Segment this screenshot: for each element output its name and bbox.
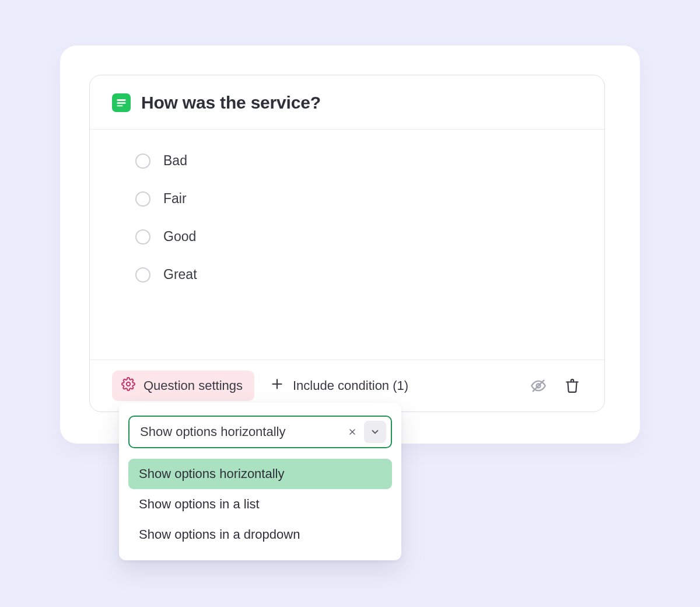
question-card: How was the service? Bad Fair Good Great: [89, 75, 605, 412]
svg-rect-2: [117, 105, 123, 107]
question-header: How was the service?: [90, 75, 604, 130]
radio-icon[interactable]: [135, 267, 150, 282]
editor-card: How was the service? Bad Fair Good Great: [60, 46, 640, 444]
delete-button[interactable]: [562, 376, 582, 396]
option-row[interactable]: Great: [135, 267, 582, 282]
option-row[interactable]: Good: [135, 229, 582, 245]
include-condition-button[interactable]: Include condition (1): [268, 374, 410, 397]
plus-icon: [270, 376, 285, 395]
option-label: Great: [163, 267, 197, 282]
radio-icon[interactable]: [135, 191, 150, 207]
option-label: Fair: [163, 191, 187, 207]
display-mode-option[interactable]: Show options horizontally: [128, 459, 392, 489]
display-mode-option[interactable]: Show options in a list: [128, 489, 392, 519]
radio-icon[interactable]: [135, 229, 150, 245]
display-mode-select[interactable]: Show options horizontally: [128, 416, 392, 448]
options-list: Bad Fair Good Great: [90, 130, 604, 304]
question-title[interactable]: How was the service?: [141, 93, 321, 113]
option-label: Good: [163, 229, 196, 245]
question-settings-button[interactable]: Question settings: [112, 371, 254, 401]
display-mode-options: Show options horizontally Show options i…: [128, 459, 392, 550]
option-label: Bad: [163, 153, 187, 169]
display-mode-option[interactable]: Show options in a dropdown: [128, 519, 392, 550]
include-condition-label: Include condition (1): [293, 378, 408, 393]
visibility-toggle-button[interactable]: [528, 376, 548, 396]
svg-rect-0: [117, 99, 126, 101]
clear-icon[interactable]: [344, 424, 360, 440]
radio-icon[interactable]: [135, 154, 150, 169]
option-row[interactable]: Fair: [135, 191, 582, 207]
settings-popover: Show options horizontally Show options h…: [119, 403, 401, 560]
question-type-icon: [112, 93, 131, 112]
option-row[interactable]: Bad: [135, 153, 582, 169]
svg-rect-1: [117, 102, 126, 104]
gear-icon: [121, 377, 135, 395]
chevron-down-icon[interactable]: [364, 421, 386, 443]
display-mode-selected: Show options horizontally: [140, 424, 341, 439]
svg-point-3: [127, 382, 130, 386]
settings-label: Question settings: [144, 378, 243, 393]
